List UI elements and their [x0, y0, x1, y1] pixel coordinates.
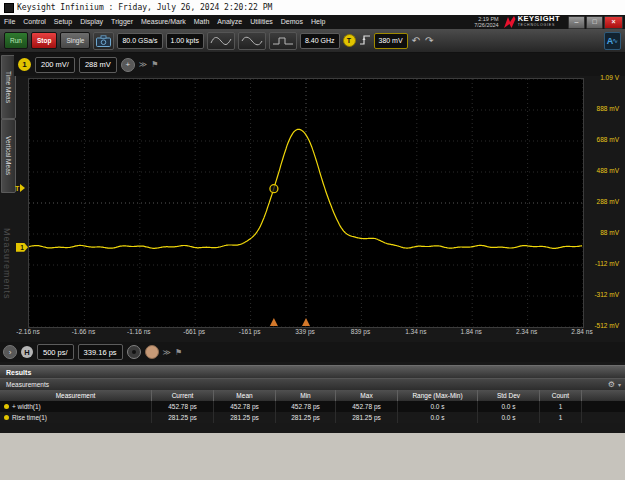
run-button[interactable]: Run — [4, 32, 28, 49]
trigger-level-field[interactable]: 380 mV — [374, 33, 408, 49]
measurement-value-cell: 452.78 ps — [152, 401, 214, 412]
trigger-arrow-icon — [20, 184, 25, 192]
measurement-row[interactable]: + width(1)452.78 ps452.78 ps452.78 ps452… — [0, 401, 625, 412]
voltage-axis-label: 288 mV — [597, 198, 619, 206]
horizontal-badge[interactable]: H — [21, 346, 33, 358]
waveform-canvas — [29, 79, 583, 327]
time-axis-label: 339 ps — [295, 328, 315, 335]
channel-scale-field[interactable]: 200 mV/ — [35, 57, 75, 73]
column-header-min: Min — [276, 390, 336, 401]
time-axis-label: -2.16 ns — [16, 328, 40, 335]
measurement-row[interactable]: Rise time(1)281.25 ps281.25 ps281.25 ps2… — [0, 412, 625, 423]
menu-item-file[interactable]: File — [0, 15, 19, 29]
menu-item-display[interactable]: Display — [76, 15, 107, 29]
tab-vertical-meas[interactable]: Vertical Meas — [1, 119, 16, 193]
column-header-range-max-min-: Range (Max-Min) — [398, 390, 478, 401]
measurement-name-cell: + width(1) — [0, 401, 152, 412]
time-axis-label: -1.16 ns — [127, 328, 151, 335]
measurement-value-cell: 1 — [540, 401, 582, 412]
pulse-icon — [272, 35, 294, 47]
more-horizontal-controls-icon[interactable]: ≫ — [163, 348, 171, 357]
row-filler — [582, 401, 625, 412]
time-axis-label: 1.34 ns — [405, 328, 426, 335]
minimize-button[interactable]: – — [568, 16, 585, 29]
time-axis-label: 1.84 ns — [461, 328, 482, 335]
menu-item-demos[interactable]: Demos — [277, 15, 307, 29]
channel-bar: 1 200 mV/ 288 mV + ≫ ⚑ — [14, 53, 625, 76]
waveform-display[interactable] — [28, 78, 584, 328]
measurement-value-cell: 281.25 ps — [214, 412, 276, 423]
time-axis-label: -1.66 ns — [72, 328, 96, 335]
tan-knob-icon[interactable] — [145, 345, 159, 359]
stop-button[interactable]: Stop — [31, 32, 57, 49]
measurement-value-cell: 452.78 ps — [214, 401, 276, 412]
maximize-button[interactable]: □ — [586, 16, 603, 29]
measurements-table-body: + width(1)452.78 ps452.78 ps452.78 ps452… — [0, 401, 625, 423]
channel-offset-field[interactable]: 288 mV — [79, 57, 117, 73]
menu-item-setup[interactable]: Setup — [50, 15, 76, 29]
voltage-axis-label: -112 mV — [595, 260, 619, 268]
keysight-spark-icon — [503, 16, 516, 29]
menu-items: FileControlSetupDisplayTriggerMeasure/Ma… — [0, 15, 329, 29]
keysight-logo: KEYSIGHT TECHNOLOGIES — [503, 16, 560, 29]
measurement-value-cell: 452.78 ps — [336, 401, 398, 412]
window-title: Keysight Infiniium : Friday, July 26, 20… — [17, 0, 272, 15]
voltage-axis-label: 488 mV — [597, 167, 619, 175]
trigger-source-badge[interactable]: T — [343, 34, 356, 47]
menu-item-trigger[interactable]: Trigger — [107, 15, 137, 29]
menu-item-math[interactable]: Math — [190, 15, 214, 29]
horizontal-bookmark-icon[interactable]: ⚑ — [175, 348, 182, 357]
time-axis-label: -161 ps — [239, 328, 261, 335]
measurement-value-cell: 1 — [540, 412, 582, 423]
waveform-preset-1-button[interactable] — [207, 32, 235, 50]
column-header-measurement: Measurement — [0, 390, 152, 401]
measurement-value-cell: 281.25 ps — [336, 412, 398, 423]
voltage-axis-label: -312 mV — [594, 291, 619, 299]
trigger-time-marker-icon[interactable] — [302, 318, 310, 326]
bookmark-icon[interactable]: ⚑ — [151, 60, 158, 69]
menu-right-cluster: 2:19 PM 7/26/2024 KEYSIGHT TECHNOLOGIES … — [474, 16, 625, 29]
memory-depth-field[interactable]: 1.00 kpts — [166, 33, 204, 49]
voltage-axis-label: 688 mV — [597, 136, 619, 144]
timebase-scale-field[interactable]: 500 ps/ — [37, 344, 74, 360]
menu-item-measure-mark[interactable]: Measure/Mark — [137, 15, 190, 29]
close-button[interactable]: × — [604, 16, 623, 29]
trigger-point-marker[interactable] — [270, 185, 278, 193]
dark-knob-icon[interactable] — [127, 345, 141, 359]
menu-item-analyze[interactable]: Analyze — [213, 15, 246, 29]
single-button[interactable]: Single — [60, 32, 90, 49]
time-axis-label: -661 ps — [183, 328, 205, 335]
time-marker-icon[interactable] — [270, 318, 278, 326]
toolbar: Run Stop Single 80.0 GSa/s 1.00 kpts 8.4… — [0, 29, 625, 53]
wave-icon: ∿ — [612, 37, 618, 45]
menu-item-help[interactable]: Help — [307, 15, 329, 29]
trigger-level-marker[interactable]: T — [15, 184, 28, 193]
edge-trigger-icon[interactable] — [359, 32, 371, 50]
measurement-value-cell: 281.25 ps — [276, 412, 336, 423]
menu-item-utilities[interactable]: Utilities — [246, 15, 277, 29]
panel-expand-button[interactable]: › — [3, 345, 17, 359]
results-header[interactable]: Results — [0, 365, 625, 378]
timebase-position-field[interactable]: 339.16 ps — [78, 344, 123, 360]
measurements-header[interactable]: Measurements ⚙ ▾ — [0, 378, 625, 390]
measurement-value-cell: 0.0 s — [478, 412, 540, 423]
sample-rate-field[interactable]: 80.0 GSa/s — [117, 33, 162, 49]
measurement-name-label: Rise time(1) — [12, 412, 47, 423]
redo-icon[interactable]: ↷ — [424, 34, 434, 48]
waveform-preset-2-button[interactable] — [238, 32, 266, 50]
bandwidth-field[interactable]: 8.40 GHz — [300, 33, 340, 49]
time-axis-label: 2.34 ns — [516, 328, 537, 335]
menu-item-control[interactable]: Control — [19, 15, 50, 29]
measurements-table-header: MeasurementCurrentMeanMinMaxRange (Max-M… — [0, 390, 625, 401]
add-channel-button[interactable]: + — [121, 58, 135, 72]
screenshot-button[interactable] — [93, 32, 114, 50]
channel-1-badge[interactable]: 1 — [18, 58, 31, 71]
sine-icon — [210, 35, 232, 47]
trigger-t-label: T — [15, 185, 19, 192]
row-filler — [582, 412, 625, 423]
horizontal-bar: › H 500 ps/ 339.16 ps ≫ ⚑ — [0, 342, 625, 362]
undo-icon[interactable]: ↶ — [411, 34, 421, 48]
more-controls-icon[interactable]: ≫ — [139, 60, 147, 69]
waveform-assistant-button[interactable]: A∿ — [604, 32, 621, 50]
waveform-preset-3-button[interactable] — [269, 32, 297, 50]
